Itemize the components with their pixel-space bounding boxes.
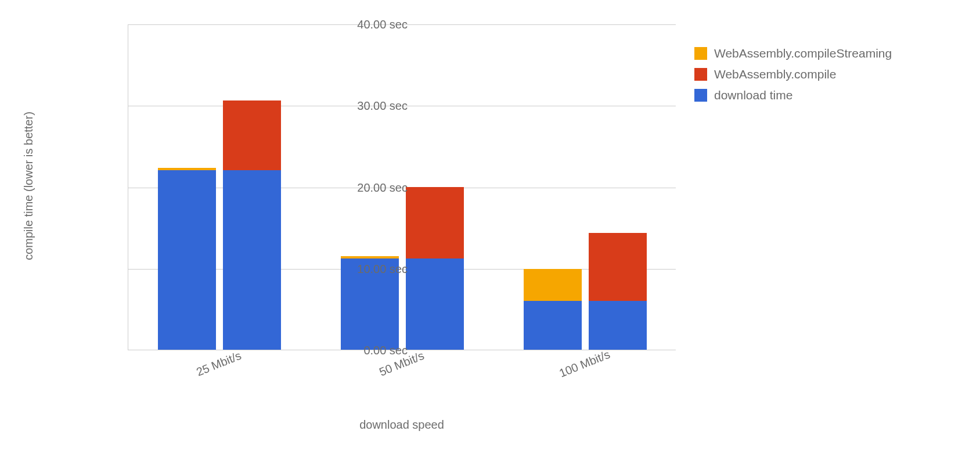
legend-item: WebAssembly.compile: [694, 67, 892, 81]
legend-swatch: [694, 89, 707, 102]
legend-item: WebAssembly.compileStreaming: [694, 46, 892, 60]
bar-segment: [158, 170, 216, 350]
bar-segment: [158, 168, 216, 170]
bar-segment: [524, 301, 582, 350]
y-tick-label: 20.00 sec: [338, 181, 408, 194]
y-tick-label: 0.00 sec: [338, 344, 408, 357]
bar-segment: [406, 258, 464, 350]
legend-label: download time: [714, 88, 792, 102]
x-axis-title: download speed: [128, 418, 676, 432]
legend-label: WebAssembly.compile: [714, 67, 836, 81]
legend-swatch: [694, 68, 707, 81]
x-tick-label: 25 Mbit/s: [184, 344, 254, 383]
y-axis-title: compile time (lower is better): [22, 112, 35, 260]
y-tick-label: 30.00 sec: [338, 99, 408, 113]
y-tick-label: 40.00 sec: [338, 18, 408, 31]
y-tick-label: 10.00 sec: [338, 262, 408, 275]
bar-segment: [223, 100, 281, 171]
bar-segment: [223, 170, 281, 350]
bar-segment: [589, 233, 647, 300]
legend-item: download time: [694, 88, 892, 102]
legend: WebAssembly.compileStreamingWebAssembly.…: [694, 46, 892, 109]
chart-container: compile time (lower is better) 0.00 sec1…: [34, 12, 963, 465]
bar-segment: [524, 269, 582, 301]
legend-swatch: [694, 47, 707, 60]
legend-label: WebAssembly.compileStreaming: [714, 46, 892, 60]
bar-segment: [341, 256, 399, 258]
bar-segment: [406, 187, 464, 258]
bar-segment: [589, 301, 647, 350]
x-tick-label: 100 Mbit/s: [550, 344, 619, 383]
